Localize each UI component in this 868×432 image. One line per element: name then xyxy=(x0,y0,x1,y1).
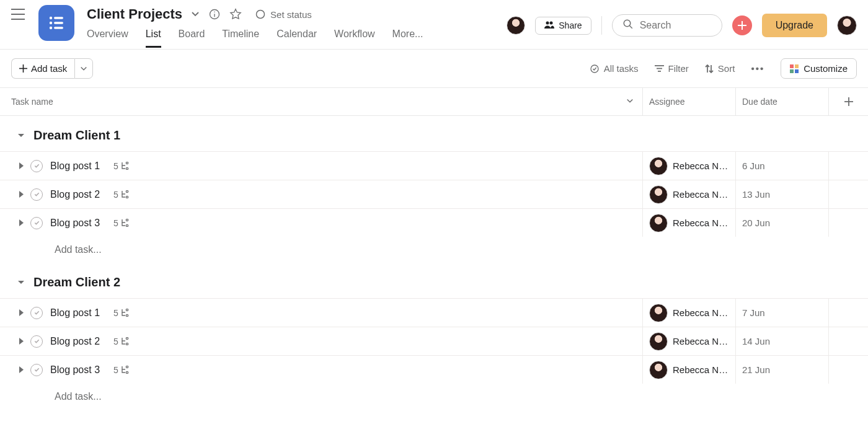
task-extra-cell[interactable] xyxy=(828,327,868,355)
set-status-label: Set status xyxy=(270,9,312,20)
task-due-date[interactable]: 14 Jun xyxy=(735,327,828,355)
task-row[interactable]: Blog post 3 5 Rebecca No... 20 Jun xyxy=(0,208,868,237)
subtask-count[interactable]: 5 xyxy=(113,161,131,171)
add-task-button[interactable]: Add task xyxy=(11,58,74,79)
column-task-name[interactable]: Task name xyxy=(0,97,642,107)
subtask-count[interactable]: 5 xyxy=(113,365,131,375)
task-name: Blog post 2 xyxy=(50,336,100,347)
column-due-date[interactable]: Due date xyxy=(735,88,828,115)
svg-point-31 xyxy=(126,314,128,316)
svg-point-30 xyxy=(126,309,128,311)
task-row[interactable]: Blog post 2 5 Rebecca No... 13 Jun xyxy=(0,180,868,208)
task-name: Blog post 3 xyxy=(50,364,100,376)
tab-timeline[interactable]: Timeline xyxy=(222,29,259,48)
complete-toggle[interactable] xyxy=(30,335,43,348)
task-extra-cell[interactable] xyxy=(828,180,868,208)
task-assignee[interactable]: Rebecca No... xyxy=(642,327,735,355)
tab-overview[interactable]: Overview xyxy=(87,29,128,48)
task-assignee[interactable]: Rebecca No... xyxy=(642,299,735,327)
expand-caret-icon[interactable] xyxy=(19,338,24,345)
filter-label: Filter xyxy=(668,63,689,74)
complete-toggle[interactable] xyxy=(30,188,43,201)
complete-toggle[interactable] xyxy=(30,364,43,376)
task-due-date[interactable]: 21 Jun xyxy=(735,356,828,384)
search-box[interactable] xyxy=(612,14,722,37)
chevron-down-icon[interactable] xyxy=(191,10,200,19)
expand-caret-icon[interactable] xyxy=(19,366,24,373)
tab-list[interactable]: List xyxy=(146,29,161,48)
task-assignee[interactable]: Rebecca No... xyxy=(642,152,735,180)
expand-caret-icon[interactable] xyxy=(19,219,24,226)
subtask-count[interactable]: 5 xyxy=(113,190,131,200)
tab-calendar[interactable]: Calendar xyxy=(277,29,317,48)
user-avatar[interactable] xyxy=(837,15,857,35)
task-row[interactable]: Blog post 2 5 Rebecca No... 14 Jun xyxy=(0,327,868,355)
svg-point-33 xyxy=(126,343,128,345)
task-extra-cell[interactable] xyxy=(828,209,868,237)
project-title[interactable]: Client Projects xyxy=(87,6,182,22)
svg-point-9 xyxy=(257,11,265,19)
tab-board[interactable]: Board xyxy=(179,29,205,48)
svg-point-27 xyxy=(126,196,128,198)
subtask-count[interactable]: 5 xyxy=(113,337,131,346)
section-caret-icon[interactable] xyxy=(17,128,25,143)
global-add-button[interactable] xyxy=(732,15,752,35)
task-name: Blog post 2 xyxy=(50,189,100,200)
section-caret-icon[interactable] xyxy=(17,275,25,289)
search-input[interactable] xyxy=(640,20,712,31)
add-task-inline[interactable]: Add task... xyxy=(0,237,868,263)
menu-icon[interactable] xyxy=(11,9,25,22)
all-tasks-button[interactable]: All tasks xyxy=(590,63,639,74)
task-extra-cell[interactable] xyxy=(828,152,868,180)
upgrade-button[interactable]: Upgrade xyxy=(762,14,827,37)
task-assignee[interactable]: Rebecca No... xyxy=(642,180,735,208)
customize-button[interactable]: Customize xyxy=(781,58,857,79)
task-assignee[interactable]: Rebecca No... xyxy=(642,356,735,384)
info-icon[interactable] xyxy=(208,8,221,20)
tab-more[interactable]: More... xyxy=(392,29,423,48)
column-assignee[interactable]: Assignee xyxy=(642,88,735,115)
task-due-date[interactable]: 6 Jun xyxy=(735,152,828,180)
complete-toggle[interactable] xyxy=(30,160,43,172)
svg-point-26 xyxy=(126,190,128,192)
tab-workflow[interactable]: Workflow xyxy=(334,29,375,48)
svg-point-25 xyxy=(126,167,128,169)
chevron-down-icon[interactable] xyxy=(626,97,634,107)
task-extra-cell[interactable] xyxy=(828,299,868,327)
task-row[interactable]: Blog post 3 5 Rebecca No... 21 Jun xyxy=(0,355,868,384)
share-label: Share xyxy=(559,20,582,30)
task-row[interactable]: Blog post 1 5 Rebecca No... 7 Jun xyxy=(0,298,868,327)
assignee-avatar xyxy=(649,157,668,175)
set-status-button[interactable]: Set status xyxy=(255,9,312,20)
add-task-inline[interactable]: Add task... xyxy=(0,384,868,410)
svg-point-32 xyxy=(126,337,128,339)
expand-caret-icon[interactable] xyxy=(19,162,24,169)
more-options-icon[interactable]: ••• xyxy=(751,63,764,74)
sort-button[interactable]: Sort xyxy=(705,63,735,74)
member-avatar[interactable] xyxy=(507,16,525,35)
complete-toggle[interactable] xyxy=(30,307,43,319)
share-button[interactable]: Share xyxy=(535,17,591,35)
add-task-dropdown[interactable] xyxy=(74,58,93,79)
expand-caret-icon[interactable] xyxy=(19,191,24,198)
assignee-avatar xyxy=(649,304,668,322)
expand-caret-icon[interactable] xyxy=(19,309,24,316)
task-row[interactable]: Blog post 1 5 Rebecca No... 6 Jun xyxy=(0,151,868,180)
star-icon[interactable] xyxy=(229,8,242,20)
project-icon xyxy=(38,5,74,41)
section-header[interactable]: Dream Client 1 xyxy=(0,116,868,151)
subtask-count[interactable]: 5 xyxy=(113,308,131,318)
task-assignee[interactable]: Rebecca No... xyxy=(642,209,735,237)
section-name: Dream Client 2 xyxy=(33,275,120,289)
task-due-date[interactable]: 20 Jun xyxy=(735,209,828,237)
filter-button[interactable]: Filter xyxy=(655,63,689,74)
task-extra-cell[interactable] xyxy=(828,356,868,384)
subtask-count[interactable]: 5 xyxy=(113,218,131,228)
assignee-name: Rebecca No... xyxy=(673,307,729,318)
section-header[interactable]: Dream Client 2 xyxy=(0,263,868,298)
task-due-date[interactable]: 7 Jun xyxy=(735,299,828,327)
add-column-button[interactable] xyxy=(828,88,868,115)
task-due-date[interactable]: 13 Jun xyxy=(735,180,828,208)
svg-point-24 xyxy=(126,162,128,164)
complete-toggle[interactable] xyxy=(30,217,43,229)
